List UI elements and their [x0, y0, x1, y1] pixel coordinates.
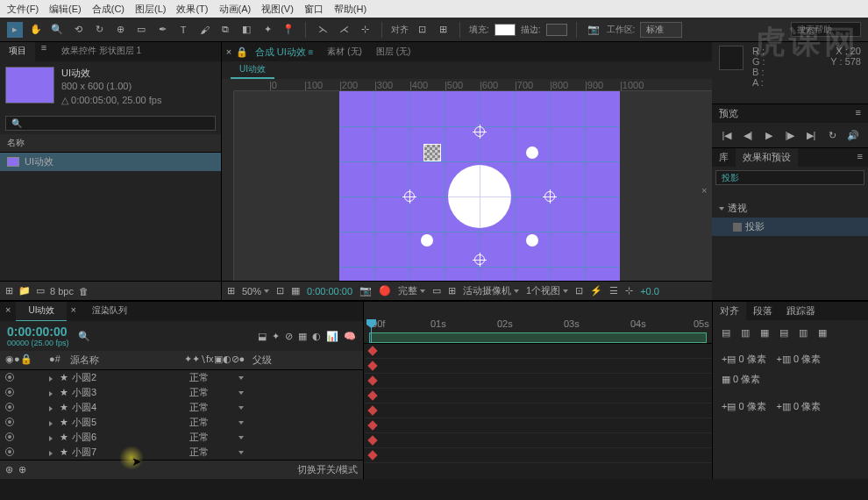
- comp-tab[interactable]: UI动效: [231, 61, 274, 79]
- track-area[interactable]: [364, 344, 712, 479]
- small-circle-1[interactable]: [474, 126, 485, 137]
- folder-icon[interactable]: 📁: [18, 285, 31, 296]
- small-circle-4[interactable]: [526, 234, 538, 246]
- big-circle-shape[interactable]: [448, 165, 511, 228]
- align-top-icon[interactable]: ▤: [776, 325, 792, 340]
- align-center-h-icon[interactable]: ▥: [737, 325, 753, 340]
- play-icon[interactable]: ▶: [762, 128, 776, 142]
- grid-icon[interactable]: ⊞: [227, 285, 235, 296]
- selection-tool-icon[interactable]: ▸: [7, 22, 23, 38]
- tab-tracker[interactable]: 跟踪器: [779, 302, 822, 320]
- project-search-input[interactable]: [5, 116, 216, 131]
- current-time[interactable]: 0:00:00:00: [307, 286, 352, 296]
- effect-group-perspective[interactable]: 透视: [712, 199, 868, 218]
- mute-icon[interactable]: 🔊: [846, 128, 860, 142]
- resolution-icon[interactable]: ⊡: [276, 285, 284, 296]
- align-left-icon[interactable]: ▤: [718, 325, 734, 340]
- layer-row[interactable]: ★ 小圆5正常: [0, 415, 363, 430]
- text-tool-icon[interactable]: T: [175, 22, 191, 38]
- panel-menu-icon[interactable]: ≡: [856, 107, 861, 120]
- comp-flowchart-icon[interactable]: ⊹: [625, 285, 633, 296]
- exposure-value[interactable]: +0.0: [640, 286, 659, 296]
- distribute-h-icon[interactable]: +▤ 0 像素: [718, 351, 770, 368]
- project-item[interactable]: UI动效: [0, 153, 221, 171]
- menu-help[interactable]: 帮助(H): [331, 3, 370, 16]
- first-frame-icon[interactable]: |◀: [720, 128, 734, 142]
- distribute-right-icon[interactable]: +▥ 0 像素: [773, 398, 825, 415]
- last-frame-icon[interactable]: ▶|: [804, 128, 818, 142]
- trash-icon[interactable]: 🗑: [79, 286, 89, 296]
- toggle-modes-icon[interactable]: ⊕: [18, 464, 26, 475]
- small-circle-6[interactable]: [421, 234, 433, 246]
- quality-dropdown[interactable]: 完整: [398, 284, 425, 297]
- interpret-footage-icon[interactable]: ⊞: [5, 285, 13, 296]
- work-area-bar[interactable]: [369, 332, 707, 343]
- draft-3d-icon[interactable]: ✦: [272, 331, 280, 342]
- effects-search-input[interactable]: [715, 170, 864, 185]
- timeline-ruler[interactable]: :00f 01s 02s 03s 04s 05s: [364, 318, 712, 331]
- timeline-close-icon[interactable]: ×: [0, 302, 16, 321]
- menu-view[interactable]: 视图(V): [258, 3, 297, 16]
- snap-toggle-icon[interactable]: ⊡: [414, 22, 430, 38]
- fill-color-swatch[interactable]: [494, 24, 516, 36]
- keyframe-icon[interactable]: [367, 405, 377, 415]
- clear-search-icon[interactable]: ×: [701, 185, 707, 196]
- snapshot-icon[interactable]: 📷: [359, 285, 372, 296]
- axis-view-icon[interactable]: ⊹: [357, 22, 373, 38]
- small-circle-7[interactable]: [404, 191, 415, 202]
- panel-menu-icon[interactable]: ≡: [852, 148, 868, 167]
- viewer-tab-footage[interactable]: 素材 (无): [320, 43, 368, 61]
- rect-tool-icon[interactable]: ▭: [133, 22, 149, 38]
- snap-options-icon[interactable]: ⊞: [435, 22, 451, 38]
- timeline-search-icon[interactable]: 🔍: [78, 331, 90, 342]
- prev-frame-icon[interactable]: ◀|: [741, 128, 755, 142]
- distribute-left-icon[interactable]: +▤ 0 像素: [718, 398, 770, 415]
- brain-icon[interactable]: 🧠: [344, 331, 356, 342]
- selected-shape[interactable]: [423, 144, 441, 161]
- layer-row[interactable]: ★ 小圆7正常: [0, 445, 363, 460]
- keyframe-icon[interactable]: [367, 450, 377, 460]
- menu-file[interactable]: 文件(F): [4, 3, 42, 16]
- viewer-close-icon[interactable]: ×: [222, 46, 236, 57]
- menu-edit[interactable]: 编辑(E): [46, 3, 85, 16]
- clone-tool-icon[interactable]: ⧉: [217, 22, 233, 38]
- hand-tool-icon[interactable]: ✋: [28, 22, 44, 38]
- graph-editor-icon[interactable]: 📊: [326, 331, 338, 342]
- tab-effect-controls[interactable]: 效果控件 形状图层 1: [53, 42, 150, 61]
- viewer-tab-comp[interactable]: 合成 UI动效 ≡: [248, 43, 320, 61]
- distribute-v-icon[interactable]: +▥ 0 像素: [773, 351, 825, 368]
- layer-row[interactable]: ★ 小圆6正常: [0, 430, 363, 445]
- align-bottom-icon[interactable]: ▦: [815, 325, 830, 340]
- next-frame-icon[interactable]: |▶: [783, 128, 797, 142]
- camera-dropdown[interactable]: 活动摄像机: [463, 284, 519, 297]
- menu-window[interactable]: 窗口: [301, 3, 327, 16]
- roto-tool-icon[interactable]: ✦: [260, 22, 275, 38]
- pen-tool-icon[interactable]: ✒: [154, 22, 170, 38]
- toggle-switches-icon[interactable]: ⊛: [5, 464, 13, 475]
- zoom-dropdown[interactable]: 50%: [242, 286, 269, 296]
- stroke-color-swatch[interactable]: [546, 24, 567, 36]
- puppet-tool-icon[interactable]: 📍: [281, 22, 296, 38]
- layer-row[interactable]: ★ 小圆3正常: [0, 385, 363, 400]
- orbit-tool-icon[interactable]: ⟲: [70, 22, 86, 38]
- viewer-tab-layer[interactable]: 图层 (无): [369, 43, 417, 61]
- transparency-icon[interactable]: ▦: [291, 285, 300, 296]
- align-right-icon[interactable]: ▦: [757, 325, 772, 340]
- frame-blend-icon[interactable]: ▦: [298, 331, 307, 342]
- menu-animation[interactable]: 动画(A): [216, 3, 255, 16]
- menu-effect[interactable]: 效果(T): [173, 3, 211, 16]
- channel-icon[interactable]: 🔴: [379, 285, 391, 296]
- menu-layer[interactable]: 图层(L): [132, 3, 169, 16]
- keyframe-icon[interactable]: [367, 435, 377, 445]
- toggle-switches-modes[interactable]: 切换开关/模式: [297, 463, 358, 476]
- region-icon[interactable]: ▭: [432, 285, 441, 296]
- keyframe-icon[interactable]: [367, 346, 377, 355]
- align-center-v-icon[interactable]: ▥: [795, 325, 811, 340]
- loop-icon[interactable]: ↻: [825, 128, 839, 142]
- keyframe-icon[interactable]: [367, 390, 377, 400]
- comp-mini-flowchart-icon[interactable]: ⬓: [258, 331, 267, 342]
- workspace-dropdown[interactable]: 标准: [640, 22, 682, 38]
- tab-library[interactable]: 库: [712, 148, 736, 167]
- axis-local-icon[interactable]: ⋋: [315, 22, 331, 38]
- new-comp-icon[interactable]: ▭: [36, 285, 45, 296]
